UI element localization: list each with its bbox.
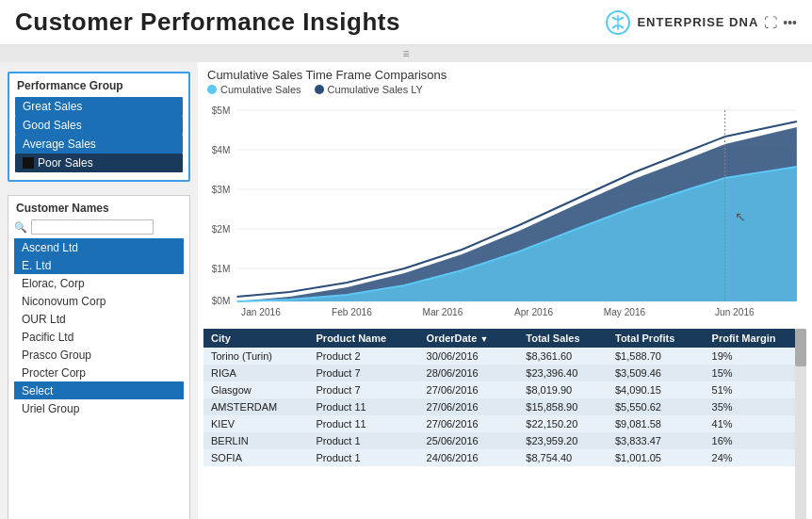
table-scrollbar[interactable] xyxy=(795,329,806,519)
page-header: Customer Performance Insights ENTERPRISE… xyxy=(0,0,812,45)
sort-icon: ▼ xyxy=(479,334,488,344)
more-icon[interactable]: ••• xyxy=(783,15,797,30)
customer-names-section: Customer Names 🔍 Ascend Ltd E. Ltd Elora… xyxy=(8,195,190,519)
scrollbar-thumb[interactable] xyxy=(795,329,806,366)
customer-item-prasco[interactable]: Prasco Group xyxy=(14,346,184,364)
perf-item-great-sales[interactable]: Great Sales xyxy=(15,97,183,116)
cell-profits: $3,509.46 xyxy=(608,365,705,381)
cell-city: SOFIA xyxy=(203,449,309,466)
perf-item-poor-sales[interactable]: Poor Sales xyxy=(15,154,183,172)
table-row: KIEV Product 11 27/06/2016 $22,150.20 $9… xyxy=(203,415,806,432)
cell-sales: $15,858.90 xyxy=(518,398,608,415)
cell-date: 27/06/2016 xyxy=(419,398,519,415)
main-content: Performance Group Great Sales Good Sales… xyxy=(0,62,812,519)
page-title: Customer Performance Insights xyxy=(15,8,400,37)
cell-product: Product 1 xyxy=(309,432,419,449)
cell-product: Product 2 xyxy=(309,348,419,365)
svg-text:$5M: $5M xyxy=(212,105,231,116)
svg-text:Feb 2016: Feb 2016 xyxy=(332,307,372,317)
svg-text:$1M: $1M xyxy=(212,264,231,274)
cell-date: 30/06/2016 xyxy=(419,348,519,365)
data-table: City Product Name OrderDate ▼ Total Sale… xyxy=(203,329,806,466)
svg-text:$0M: $0M xyxy=(212,296,231,306)
cell-profits: $5,550.62 xyxy=(608,398,705,415)
cell-profits: $1,588.70 xyxy=(608,348,705,365)
customer-item-niconovum[interactable]: Niconovum Corp xyxy=(14,292,184,310)
customer-item-select[interactable]: Select xyxy=(14,381,184,399)
cell-product: Product 7 xyxy=(309,381,419,398)
logo-text: ENTERPRISE DNA xyxy=(637,15,758,29)
customer-names-label: Customer Names xyxy=(14,202,184,215)
customer-item-our-ltd[interactable]: OUR Ltd xyxy=(14,310,184,328)
poor-sales-indicator xyxy=(23,157,34,169)
cell-sales: $23,396.40 xyxy=(518,365,608,381)
col-profits[interactable]: Total Profits xyxy=(608,329,705,348)
table-row: AMSTERDAM Product 11 27/06/2016 $15,858.… xyxy=(203,398,806,415)
legend-dot-sales xyxy=(207,85,217,94)
perf-item-good-sales[interactable]: Good Sales xyxy=(15,116,183,135)
cell-date: 27/06/2016 xyxy=(419,415,519,432)
legend-cumulative-sales: Cumulative Sales xyxy=(207,84,301,95)
legend-cumulative-ly: Cumulative Sales LY xyxy=(315,84,423,95)
col-sales[interactable]: Total Sales xyxy=(518,329,608,348)
performance-group-label: Performance Group xyxy=(15,79,183,92)
customer-item-elorac[interactable]: Elorac, Corp xyxy=(14,274,184,292)
svg-text:Jun 2016: Jun 2016 xyxy=(715,307,755,317)
cell-product: Product 7 xyxy=(309,365,419,381)
table-row: Torino (Turin) Product 2 30/06/2016 $8,3… xyxy=(203,348,806,365)
search-icon: 🔍 xyxy=(14,221,27,234)
customer-search-input[interactable] xyxy=(31,219,154,235)
table-row: RIGA Product 7 28/06/2016 $23,396.40 $3,… xyxy=(203,365,806,381)
col-product[interactable]: Product Name xyxy=(309,329,419,348)
cell-margin: 16% xyxy=(705,432,806,449)
cell-sales: $8,361.60 xyxy=(518,348,608,365)
customer-item-ascend[interactable]: Ascend Ltd xyxy=(14,238,184,256)
svg-text:$4M: $4M xyxy=(212,145,231,155)
logo-area: ENTERPRISE DNA ⛶ ••• xyxy=(605,9,797,36)
cell-sales: $8,754.40 xyxy=(518,449,608,466)
cell-margin: 19% xyxy=(705,348,806,365)
cell-city: KIEV xyxy=(203,415,309,432)
col-margin[interactable]: Profit Margin xyxy=(705,329,806,348)
cell-date: 24/06/2016 xyxy=(419,449,519,466)
cell-sales: $23,959.20 xyxy=(518,432,608,449)
chart-area: $5M $4M $3M $2M $1M $0M xyxy=(203,99,806,325)
cell-city: RIGA xyxy=(203,365,309,381)
expand-icon[interactable]: ⛶ xyxy=(764,15,777,30)
legend-label-ly: Cumulative Sales LY xyxy=(328,84,423,95)
customer-item-uriel[interactable]: Uriel Group xyxy=(14,399,184,417)
cell-sales: $8,019.90 xyxy=(518,381,608,398)
cell-margin: 15% xyxy=(705,365,806,381)
cell-city: Torino (Turin) xyxy=(203,348,309,365)
chart-svg: $5M $4M $3M $2M $1M $0M xyxy=(203,99,806,325)
svg-text:May 2016: May 2016 xyxy=(604,307,646,317)
cell-date: 28/06/2016 xyxy=(419,365,519,381)
left-panel: Performance Group Great Sales Good Sales… xyxy=(0,62,198,519)
table-header-row: City Product Name OrderDate ▼ Total Sale… xyxy=(203,329,806,348)
legend-dot-ly xyxy=(315,85,324,94)
cell-city: AMSTERDAM xyxy=(203,398,309,415)
cell-city: BERLIN xyxy=(203,432,309,449)
customer-item-pacific[interactable]: Pacific Ltd xyxy=(14,328,184,346)
svg-text:↖: ↖ xyxy=(735,209,746,224)
cell-profits: $3,833.47 xyxy=(608,432,705,449)
cell-profits: $1,001.05 xyxy=(608,449,705,466)
cell-profits: $4,090.15 xyxy=(608,381,705,398)
performance-group-section: Performance Group Great Sales Good Sales… xyxy=(8,72,190,182)
customer-item-e-ltd[interactable]: E. Ltd xyxy=(14,256,184,274)
cell-margin: 41% xyxy=(705,415,806,432)
col-orderdate[interactable]: OrderDate ▼ xyxy=(419,329,519,348)
svg-text:$3M: $3M xyxy=(212,185,231,195)
top-bar: ≡ xyxy=(0,45,812,62)
perf-item-average-sales[interactable]: Average Sales xyxy=(15,135,183,154)
cell-margin: 35% xyxy=(705,398,806,415)
cell-product: Product 1 xyxy=(309,449,419,466)
legend-label-sales: Cumulative Sales xyxy=(220,84,301,95)
customer-item-procter[interactable]: Procter Corp xyxy=(14,364,184,381)
col-city[interactable]: City xyxy=(203,329,309,348)
header-icons: ⛶ ••• xyxy=(764,15,797,30)
table-row: SOFIA Product 1 24/06/2016 $8,754.40 $1,… xyxy=(203,449,806,466)
svg-text:Mar 2016: Mar 2016 xyxy=(423,307,463,317)
table-row: Glasgow Product 7 27/06/2016 $8,019.90 $… xyxy=(203,381,806,398)
search-row: 🔍 xyxy=(14,219,184,235)
